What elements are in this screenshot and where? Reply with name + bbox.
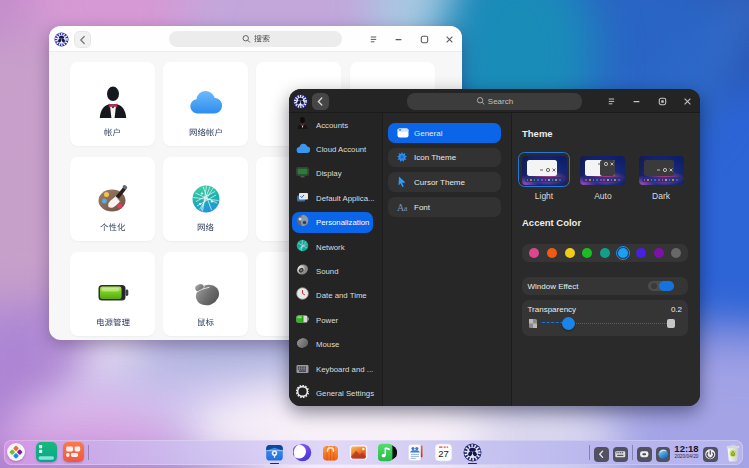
svg-text:27: 27: [439, 448, 450, 459]
svg-text:a: a: [404, 203, 408, 212]
